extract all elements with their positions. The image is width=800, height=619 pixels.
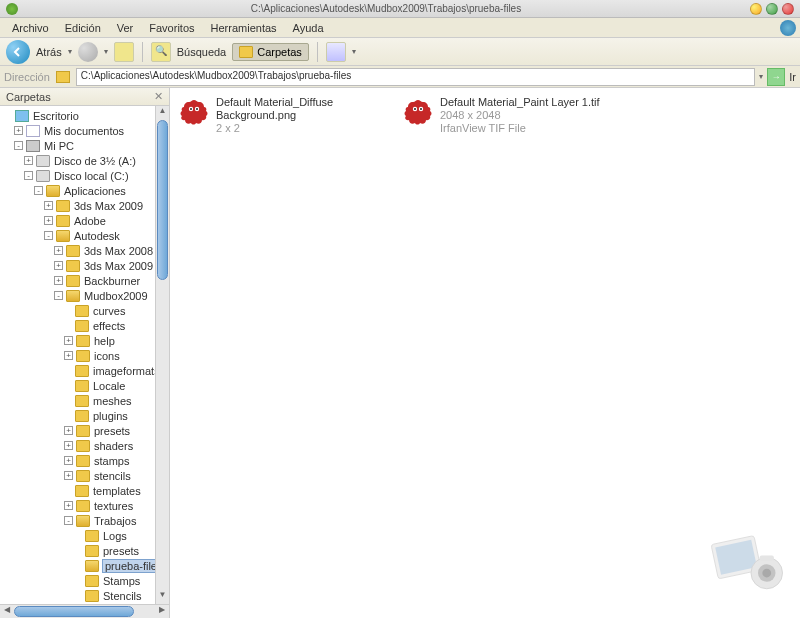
views-dropdown-icon[interactable]: ▾ [352, 47, 356, 56]
tree-item[interactable]: -Mudbox2009 [0, 288, 155, 303]
address-input[interactable]: C:\Aplicaciones\Autodesk\Mudbox2009\Trab… [76, 68, 755, 86]
tree-item[interactable]: +stamps [0, 453, 155, 468]
tree-item[interactable]: +Backburner [0, 273, 155, 288]
horizontal-scrollbar[interactable]: ◀ ▶ [0, 604, 169, 618]
close-button[interactable] [782, 3, 794, 15]
tree-item[interactable]: prueba-files [0, 558, 155, 573]
search-icon[interactable] [151, 42, 171, 62]
tree-item[interactable]: -Mi PC [0, 138, 155, 153]
up-button[interactable] [114, 42, 134, 62]
tree-item[interactable]: curves [0, 303, 155, 318]
minimize-button[interactable] [750, 3, 762, 15]
expand-toggle[interactable]: + [44, 201, 53, 210]
tree-item[interactable]: +shaders [0, 438, 155, 453]
forward-dropdown-icon[interactable]: ▾ [104, 47, 108, 56]
expand-toggle[interactable]: + [64, 426, 73, 435]
back-label[interactable]: Atrás [36, 46, 62, 58]
tree-item[interactable]: +presets [0, 423, 155, 438]
tree-item[interactable]: +textures [0, 498, 155, 513]
tree-item[interactable]: -Autodesk [0, 228, 155, 243]
expand-toggle[interactable]: - [44, 231, 53, 240]
tree-item[interactable]: +Disco de 3½ (A:) [0, 153, 155, 168]
tree-item[interactable]: +3ds Max 2009 [0, 198, 155, 213]
folders-button[interactable]: Carpetas [232, 43, 309, 61]
expand-toggle[interactable]: + [54, 246, 63, 255]
expand-toggle[interactable]: + [54, 261, 63, 270]
tree-item[interactable]: meshes [0, 393, 155, 408]
tree-item[interactable]: -Aplicaciones [0, 183, 155, 198]
tree-item-label: textures [93, 500, 134, 512]
tree-item[interactable]: Stencils [0, 588, 155, 603]
tree-item[interactable]: -Disco local (C:) [0, 168, 155, 183]
expand-toggle[interactable]: + [24, 156, 33, 165]
expand-toggle[interactable]: - [54, 291, 63, 300]
tree-item[interactable]: -Trabajos [0, 513, 155, 528]
drive-icon [36, 155, 50, 167]
tree-item[interactable]: +Mis documentos [0, 123, 155, 138]
maximize-button[interactable] [766, 3, 778, 15]
tree-item-label: Locale [92, 380, 126, 392]
menu-herramientas[interactable]: Herramientas [203, 20, 285, 36]
scroll-up-arrow[interactable]: ▲ [156, 106, 169, 120]
expand-toggle[interactable]: + [14, 126, 23, 135]
tree-item-label: Stamps [102, 575, 141, 587]
tree-item[interactable]: Temp [0, 603, 155, 604]
expand-toggle[interactable]: + [64, 336, 73, 345]
tree-item-label: Trabajos [93, 515, 137, 527]
tree-item[interactable]: presets [0, 543, 155, 558]
back-button[interactable] [6, 40, 30, 64]
search-label[interactable]: Búsqueda [177, 46, 227, 58]
tree-item[interactable]: +3ds Max 2008 [0, 243, 155, 258]
expand-toggle[interactable]: + [64, 456, 73, 465]
scroll-thumb[interactable] [157, 120, 168, 280]
menu-archivo[interactable]: Archivo [4, 20, 57, 36]
tree-item[interactable]: effects [0, 318, 155, 333]
tree-item[interactable]: Logs [0, 528, 155, 543]
tree-item[interactable]: +Adobe [0, 213, 155, 228]
expand-toggle[interactable]: + [54, 276, 63, 285]
forward-button[interactable] [78, 42, 98, 62]
expand-toggle[interactable]: + [64, 441, 73, 450]
expand-toggle[interactable]: - [64, 516, 73, 525]
expand-toggle[interactable]: - [14, 141, 23, 150]
tree-item[interactable]: imageformats [0, 363, 155, 378]
go-button[interactable]: → [767, 68, 785, 86]
expand-toggle[interactable]: - [24, 171, 33, 180]
menu-favoritos[interactable]: Favoritos [141, 20, 202, 36]
scroll-thumb[interactable] [14, 606, 134, 617]
tree-item[interactable]: +help [0, 333, 155, 348]
tree-item[interactable]: +3ds Max 2009 [0, 258, 155, 273]
tree-item[interactable]: templates [0, 483, 155, 498]
address-dropdown-icon[interactable]: ▾ [759, 72, 763, 81]
scroll-left-arrow[interactable]: ◀ [0, 605, 14, 618]
expand-toggle[interactable]: + [44, 216, 53, 225]
views-button[interactable] [326, 42, 346, 62]
menu-ver[interactable]: Ver [109, 20, 142, 36]
expand-toggle[interactable]: + [64, 501, 73, 510]
expand-toggle[interactable]: + [64, 471, 73, 480]
go-label[interactable]: Ir [789, 71, 796, 83]
tree-item[interactable]: +stencils [0, 468, 155, 483]
scroll-down-arrow[interactable]: ▼ [156, 590, 169, 604]
tree-item[interactable]: Stamps [0, 573, 155, 588]
sidebar-close-button[interactable]: ✕ [154, 90, 163, 103]
svg-point-7 [420, 108, 422, 110]
tree-item[interactable]: +icons [0, 348, 155, 363]
tree-item[interactable]: plugins [0, 408, 155, 423]
expand-toggle[interactable]: + [64, 351, 73, 360]
expand-toggle[interactable]: - [34, 186, 43, 195]
tree-item[interactable]: Escritorio [0, 108, 155, 123]
folder-icon [66, 275, 80, 287]
menu-edicion[interactable]: Edición [57, 20, 109, 36]
scroll-right-arrow[interactable]: ▶ [155, 605, 169, 618]
menu-ayuda[interactable]: Ayuda [285, 20, 332, 36]
vertical-scrollbar[interactable]: ▲ ▼ [155, 106, 169, 604]
folder-tree[interactable]: Escritorio+Mis documentos-Mi PC+Disco de… [0, 106, 155, 604]
window-titlebar: C:\Aplicaciones\Autodesk\Mudbox2009\Trab… [0, 0, 800, 18]
file-item[interactable]: Default Material_DiffuseBackground.png2 … [178, 96, 378, 135]
file-item[interactable]: Default Material_Paint Layer 1.tif2048 x… [402, 96, 602, 135]
folder-icon [75, 365, 89, 377]
tree-item-label: shaders [93, 440, 134, 452]
tree-item[interactable]: Locale [0, 378, 155, 393]
back-dropdown-icon[interactable]: ▾ [68, 47, 72, 56]
